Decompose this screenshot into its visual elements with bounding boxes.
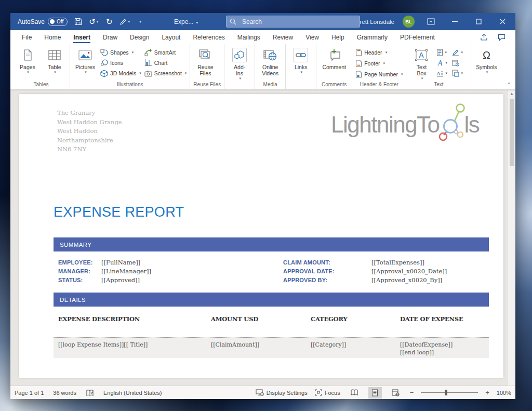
expense-table-row[interactable]: [[loop Expense Items]][[ Title]] [[Claim…: [54, 337, 489, 358]
approval-date-value[interactable]: [[Approval_x0020_Date]]: [371, 268, 447, 275]
zoom-in-button[interactable]: +: [485, 389, 489, 396]
minimize-button[interactable]: [447, 15, 462, 29]
tab-grammarly[interactable]: Grammarly: [351, 30, 394, 44]
chart-button[interactable]: Chart: [144, 59, 187, 67]
document-title-control[interactable]: Expe...: [174, 13, 198, 30]
tab-review[interactable]: Review: [267, 30, 299, 44]
tab-file[interactable]: File: [16, 30, 38, 44]
summary-header-label: SUMMARY: [60, 242, 91, 248]
avatar[interactable]: BL: [403, 16, 415, 28]
proofing-status-button[interactable]: [86, 389, 94, 396]
zoom-slider-thumb[interactable]: [445, 390, 447, 395]
company-address: The Granary West Haddon Grange West Hadd…: [57, 109, 122, 154]
text-box-label: Text Box: [414, 64, 429, 76]
collapse-ribbon-icon[interactable]: ⌃: [507, 82, 511, 87]
cell-amount-usd[interactable]: [[ClaimAmount]]: [211, 341, 284, 349]
tab-draw[interactable]: Draw: [97, 30, 124, 44]
approved-by-label: APPROVED BY:: [283, 277, 327, 283]
icons-button[interactable]: Icons: [100, 59, 141, 67]
word-count[interactable]: 36 words: [53, 390, 76, 396]
quick-parts-button[interactable]: [436, 47, 452, 58]
smartart-button[interactable]: SmartArt: [144, 48, 187, 57]
close-button[interactable]: [495, 15, 510, 29]
tab-references[interactable]: References: [187, 30, 231, 44]
maximize-button[interactable]: [471, 15, 486, 29]
footer-button[interactable]: Footer: [355, 59, 403, 68]
status-label: STATUS:: [58, 277, 83, 283]
date-time-button[interactable]: [452, 58, 468, 68]
scrollbar-up-arrow-icon[interactable]: ▲: [508, 91, 515, 96]
summary-section-bar: SUMMARY: [54, 237, 489, 251]
web-layout-button[interactable]: [389, 387, 403, 399]
manager-label: MANAGER:: [58, 268, 90, 274]
tab-mailings[interactable]: Mailings: [231, 30, 267, 44]
addins-button[interactable]: Add-ins: [228, 46, 251, 81]
header-button[interactable]: Header: [355, 48, 403, 57]
quick-access-toolbar-menu[interactable]: [135, 17, 145, 27]
signature-line-icon: [452, 49, 459, 56]
autosave-switch[interactable]: Off: [48, 18, 68, 26]
vertical-scrollbar[interactable]: ▲: [508, 90, 515, 386]
online-videos-button[interactable]: Online Videos: [258, 46, 282, 76]
pages-icon: [23, 49, 32, 61]
display-settings-button[interactable]: Display Settings: [256, 389, 308, 396]
symbols-button[interactable]: Ω Symbols: [474, 46, 498, 74]
tab-layout[interactable]: Layout: [155, 30, 187, 44]
approved-by-value[interactable]: [[Approved_x0020_By]]: [371, 276, 442, 284]
addins-group-label: [228, 81, 251, 89]
pages-button[interactable]: Pages: [16, 46, 39, 74]
save-icon[interactable]: [73, 17, 83, 27]
page-indicator[interactable]: Page 1 of 1: [15, 390, 44, 396]
page-number-button[interactable]: Page Number: [355, 70, 403, 78]
drop-cap-button[interactable]: A: [436, 68, 452, 78]
document-page[interactable]: The Granary West Haddon Grange West Hadd…: [19, 94, 503, 378]
tab-design[interactable]: Design: [124, 30, 155, 44]
shapes-button[interactable]: Shapes: [100, 48, 141, 57]
table-button[interactable]: Table: [43, 46, 66, 74]
ribbon-display-options-button[interactable]: [423, 15, 438, 29]
tab-view[interactable]: View: [299, 30, 325, 44]
maximize-icon: [476, 19, 482, 24]
tab-help[interactable]: Help: [325, 30, 351, 44]
manager-value[interactable]: [[LineManager]]: [101, 268, 151, 275]
comment-button[interactable]: Comment: [320, 46, 349, 70]
cell-category[interactable]: [[Category]]: [311, 341, 373, 349]
undo-button[interactable]: ↺: [88, 17, 99, 27]
autosave-toggle[interactable]: AutoSave Off: [18, 18, 68, 26]
cell-expense-description[interactable]: [[loop Expense Items]][[ Title]]: [58, 341, 193, 349]
text-box-button[interactable]: A Text Box: [409, 46, 433, 81]
pictures-button[interactable]: Pictures: [73, 46, 97, 74]
zoom-slider[interactable]: [421, 392, 478, 393]
language-indicator[interactable]: English (United States): [103, 390, 162, 396]
user-name[interactable]: Brett Lonsdale: [356, 19, 394, 25]
object-button[interactable]: [452, 68, 468, 78]
read-mode-button[interactable]: [348, 387, 361, 399]
print-layout-button[interactable]: [368, 387, 382, 399]
share-button[interactable]: [477, 32, 490, 43]
redo-button[interactable]: ↻: [104, 17, 114, 27]
zoom-level[interactable]: 100%: [497, 390, 511, 396]
employee-value[interactable]: [[FullName]]: [101, 259, 140, 266]
cell-date-of-expense[interactable]: [[DateofExpense]] [[end loop]]: [400, 341, 468, 356]
status-value[interactable]: [[Approved]]: [101, 276, 140, 284]
signature-line-button[interactable]: [452, 47, 468, 58]
tab-home[interactable]: Home: [38, 30, 67, 44]
ribbon-group-symbols: Ω Symbols: [471, 44, 501, 89]
screenshot-button[interactable]: Screenshot: [144, 69, 187, 77]
zoom-out-button[interactable]: −: [410, 389, 414, 396]
claim-amount-value[interactable]: [[TotalExpenses]]: [371, 259, 424, 266]
search-input[interactable]: Search: [226, 16, 360, 28]
focus-button[interactable]: Focus: [315, 389, 340, 396]
symbols-label: Symbols: [476, 64, 497, 70]
links-button[interactable]: Links: [289, 46, 313, 74]
comment-label: Comment: [322, 64, 346, 70]
tab-insert[interactable]: Insert: [67, 30, 97, 44]
tab-pdfelement[interactable]: PDFelement: [394, 30, 441, 44]
wordart-button[interactable]: A: [436, 58, 452, 68]
draw-touch-button[interactable]: [119, 17, 130, 27]
reuse-files-button[interactable]: Reuse Files: [193, 46, 217, 76]
pen-icon: [119, 18, 127, 25]
scrollbar-thumb[interactable]: [510, 99, 514, 166]
comments-panel-button[interactable]: [495, 32, 508, 43]
3d-models-button[interactable]: 3D Models: [100, 69, 141, 77]
